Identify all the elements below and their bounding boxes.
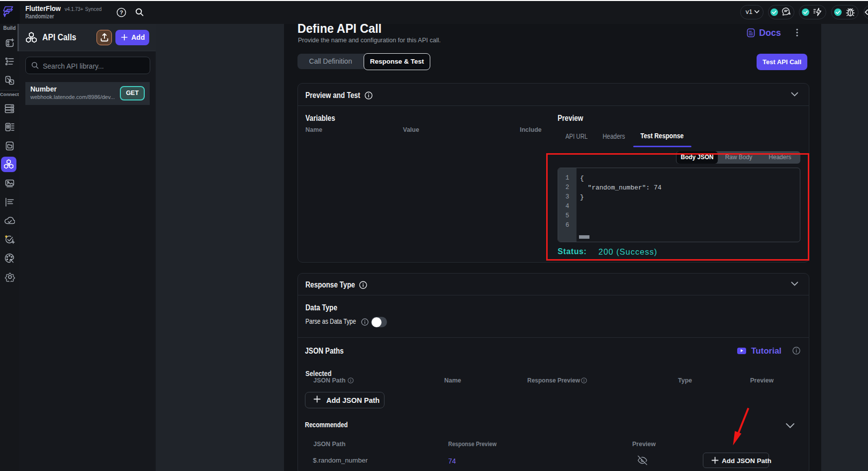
svg-text:?: ?	[120, 9, 123, 15]
